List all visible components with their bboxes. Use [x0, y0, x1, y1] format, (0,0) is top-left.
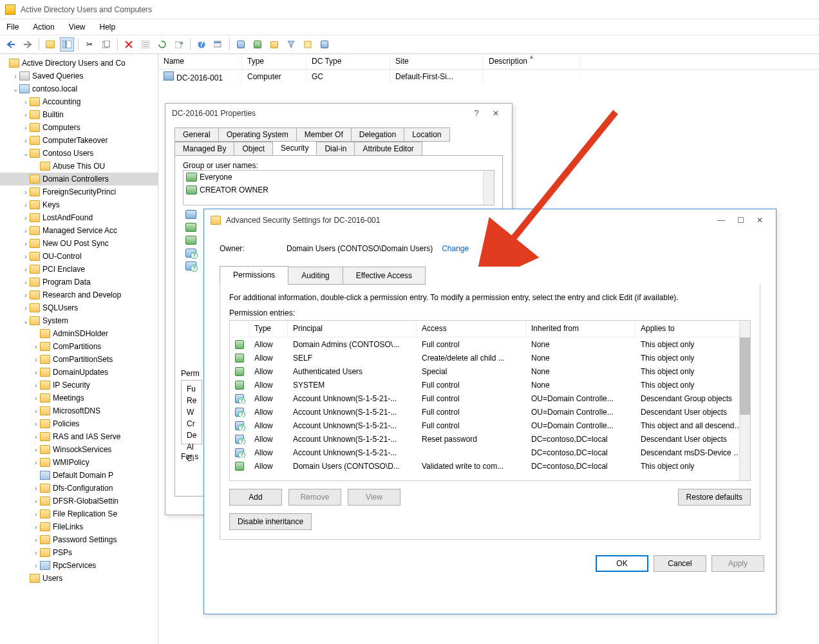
tree-item[interactable]: ›File Replication Se	[0, 507, 158, 520]
tree-item[interactable]: ›DomainUpdates	[0, 366, 158, 379]
new-user-icon[interactable]	[234, 37, 248, 52]
tree-item[interactable]: ›Builtin	[0, 108, 158, 121]
col-name[interactable]: Name	[158, 54, 242, 69]
tree-item[interactable]: ›Keys	[0, 198, 158, 211]
tree-item[interactable]: ›RAS and IAS Serve	[0, 430, 158, 443]
groups-listbox[interactable]: Everyone CREATOR OWNER	[183, 170, 494, 205]
tree-item[interactable]: ›Computers	[0, 121, 158, 134]
remove-button[interactable]: Remove	[288, 489, 341, 506]
tab-managed-by[interactable]: Managed By	[174, 142, 234, 156]
col-description[interactable]: ▲Description	[484, 54, 580, 69]
tree-item[interactable]: ›FileLinks	[0, 520, 158, 533]
tree-root[interactable]: Active Directory Users and Co	[0, 57, 158, 70]
tree-item[interactable]: ›WMIPolicy	[0, 456, 158, 469]
tree-item[interactable]: Default Domain P	[0, 469, 158, 482]
tab-dial-in[interactable]: Dial-in	[316, 142, 355, 156]
tab-delegation[interactable]: Delegation	[351, 128, 404, 142]
restore-defaults-button[interactable]: Restore defaults	[678, 489, 751, 506]
permission-entry-row[interactable]: AllowAuthenticated UsersSpecialNoneThis …	[230, 365, 750, 378]
tree-item[interactable]: ›IP Security	[0, 379, 158, 392]
new-group-icon[interactable]	[250, 37, 265, 52]
cancel-button[interactable]: Cancel	[654, 555, 706, 572]
menu-help[interactable]: Help	[97, 21, 118, 33]
tree-item[interactable]: ›Meetings	[0, 392, 158, 404]
refresh-icon[interactable]	[155, 37, 169, 52]
add-button[interactable]: Add	[229, 489, 282, 506]
tree-item[interactable]: ›Dfs-Configuration	[0, 482, 158, 495]
tree-item[interactable]: ›PCI Enclave	[0, 263, 158, 276]
tree-item[interactable]: Users	[0, 572, 158, 585]
minimize-icon[interactable]: —	[711, 216, 731, 225]
tree-item[interactable]: ›Password Settings	[0, 533, 158, 546]
up-folder-icon[interactable]	[43, 37, 57, 52]
tree-item[interactable]: ›ComputerTakeover	[0, 134, 158, 147]
maximize-icon[interactable]: ☐	[731, 216, 750, 225]
tree-item[interactable]: ›PSPs	[0, 546, 158, 559]
close-icon[interactable]: ✕	[486, 109, 505, 118]
permission-entries-table[interactable]: Type Principal Access Inherited from App…	[229, 320, 751, 481]
tab-effective-access[interactable]: Effective Access	[343, 267, 426, 285]
tree-item[interactable]: ›Saved Queries	[0, 70, 158, 82]
col-dc-type[interactable]: DC Type	[306, 54, 390, 69]
apply-button[interactable]: Apply	[711, 555, 764, 572]
find-objects-icon[interactable]	[301, 37, 315, 52]
tab-auditing[interactable]: Auditing	[288, 267, 343, 285]
add-user-icon[interactable]	[317, 37, 332, 52]
tab-general[interactable]: General	[174, 128, 219, 142]
new-ou-icon[interactable]	[267, 37, 281, 52]
find-icon[interactable]	[211, 37, 225, 52]
show-tree-icon[interactable]	[60, 37, 74, 52]
view-button[interactable]: View	[348, 489, 400, 506]
tab-location[interactable]: Location	[404, 128, 449, 142]
tab-operating-system[interactable]: Operating System	[218, 128, 297, 142]
col-type[interactable]: Type	[242, 54, 306, 69]
tree-item[interactable]: ⌄System	[0, 314, 158, 327]
list-row[interactable]: DC-2016-001 Computer GC Default-First-Si…	[158, 70, 819, 84]
tree-item[interactable]: ›ComPartitions	[0, 340, 158, 353]
close-icon[interactable]: ✕	[750, 216, 769, 225]
tree-item[interactable]: ›Research and Develop	[0, 289, 158, 301]
scrollbar[interactable]	[483, 171, 494, 205]
pe-header[interactable]: Type Principal Access Inherited from App…	[230, 321, 750, 337]
advanced-titlebar[interactable]: Advanced Security Settings for DC-2016-0…	[204, 209, 776, 231]
tab-permissions[interactable]: Permissions	[220, 266, 288, 284]
tree-item[interactable]: ›Policies	[0, 417, 158, 430]
tree-item[interactable]: ›New OU Post Sync	[0, 237, 158, 250]
tab-attribute-editor[interactable]: Attribute Editor	[354, 142, 422, 156]
menu-file[interactable]: File	[4, 21, 21, 33]
help-icon[interactable]: ?	[194, 37, 209, 52]
tree-item[interactable]: ›WinsockServices	[0, 443, 158, 456]
help-button[interactable]: ?	[467, 109, 486, 118]
tree-item[interactable]: ›OU-Control	[0, 250, 158, 263]
permission-entry-row[interactable]: AllowAccount Unknown(S-1-5-21-...DC=cont…	[230, 446, 750, 459]
delete-icon[interactable]	[122, 37, 136, 52]
export-icon[interactable]	[172, 37, 186, 52]
tree-item[interactable]: ⌄Contoso Users	[0, 147, 158, 160]
tree-item[interactable]: Abuse This OU	[0, 160, 158, 173]
permission-entry-row[interactable]: AllowSELFCreate/delete all child ...None…	[230, 351, 750, 365]
tree-item[interactable]: ›DFSR-GlobalSettin	[0, 495, 158, 507]
permission-entry-row[interactable]: AllowAccount Unknown(S-1-5-21-...Full co…	[230, 419, 750, 432]
menu-action[interactable]: Action	[30, 21, 57, 33]
tree-item[interactable]: ⌄contoso.local	[0, 82, 158, 95]
tree-item[interactable]: ›ForeignSecurityPrinci	[0, 185, 158, 198]
col-site[interactable]: Site	[390, 54, 484, 69]
properties-titlebar[interactable]: DC-2016-001 Properties ? ✕	[165, 104, 512, 123]
permission-entry-row[interactable]: AllowAccount Unknown(S-1-5-21-...Full co…	[230, 392, 750, 405]
tree-item[interactable]: Domain Controllers	[0, 173, 158, 185]
disable-inheritance-button[interactable]: Disable inheritance	[229, 513, 312, 530]
forward-icon[interactable]	[21, 37, 35, 52]
back-icon[interactable]	[4, 37, 18, 52]
tree-item[interactable]: ›ComPartitionSets	[0, 353, 158, 366]
permission-entry-row[interactable]: AllowDomain Admins (CONTOSO\...Full cont…	[230, 337, 750, 351]
permission-entry-row[interactable]: AllowDomain Users (CONTOSO\D...Validated…	[230, 459, 750, 473]
tree-item[interactable]: ›LostAndFound	[0, 211, 158, 224]
permission-entry-row[interactable]: AllowSYSTEMFull controlNoneThis object o…	[230, 378, 750, 392]
list-header[interactable]: Name Type DC Type Site ▲Description	[158, 54, 819, 70]
tab-object[interactable]: Object	[234, 142, 273, 156]
ok-button[interactable]: OK	[596, 555, 648, 572]
tree-panel[interactable]: Active Directory Users and Co ›Saved Que…	[0, 54, 158, 644]
copy-icon[interactable]	[99, 37, 113, 52]
tree-item[interactable]: ›RpcServices	[0, 559, 158, 572]
tree-item[interactable]: ›Managed Service Acc	[0, 224, 158, 237]
